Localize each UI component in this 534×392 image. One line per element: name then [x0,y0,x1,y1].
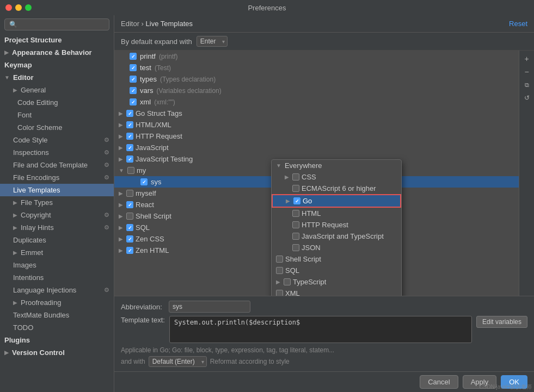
dropdown-item-sql[interactable]: SQL [272,265,401,276]
sidebar-item-version-control[interactable]: ▶ Version Control [0,346,114,359]
dropdown-item-ecmascript[interactable]: ▶ ECMAScript 6 or higher [272,183,401,194]
template-checkbox[interactable] [130,98,137,105]
abbreviation-input[interactable] [169,301,250,313]
template-checkbox[interactable] [130,76,137,83]
dd-checkbox[interactable] [292,244,299,251]
sidebar-label: Intentions [13,273,44,282]
dropdown-item-json[interactable]: ▶ JSON [272,242,401,253]
copy-button[interactable]: ⧉ [521,79,533,91]
sidebar-item-emmet[interactable]: ▶ Emmet [0,246,114,259]
template-text-area[interactable]: <span class="code-keyword">System</span>… [169,316,472,343]
dropdown-item-everywhere[interactable]: ▼ Everywhere [272,160,401,171]
template-checkbox[interactable] [126,121,133,128]
sidebar-item-language-injections[interactable]: Language Injections ⚙ [0,284,114,296]
close-button[interactable] [5,4,12,11]
list-item[interactable]: types (Types declaration) [114,73,519,85]
dropdown-item-xml[interactable]: XML [272,288,401,296]
dropdown-item-http-request[interactable]: ▶ HTTP Request [272,219,401,231]
settings-icon: ⚙ [104,224,109,231]
search-box[interactable]: 🔍 [4,18,109,30]
template-checkbox[interactable] [126,190,133,197]
sidebar-item-color-scheme[interactable]: Color Scheme [0,121,114,134]
sidebar-item-project-structure[interactable]: Project Structure [0,34,114,46]
maximize-button[interactable] [25,4,32,11]
dd-checkbox[interactable] [292,173,299,181]
template-checkbox[interactable] [127,167,134,174]
sidebar-item-inspections[interactable]: Inspections ⚙ [0,146,114,159]
sidebar-label: Font [17,111,32,119]
list-item[interactable]: vars (Variables declaration) [114,85,519,96]
dd-label: HTML [302,209,321,217]
sidebar-item-code-editing[interactable]: Code Editing [0,96,114,109]
sidebar-item-file-encodings[interactable]: File Encodings ⚙ [0,171,114,184]
reset-button[interactable]: Reset [509,20,527,28]
sidebar-item-live-templates[interactable]: Live Templates [0,184,114,196]
dropdown-item-html[interactable]: ▶ HTML [272,208,401,219]
template-checkbox[interactable] [140,178,148,185]
sidebar-item-file-code-templates[interactable]: File and Code Template ⚙ [0,159,114,171]
sidebar-item-keymap[interactable]: Keymap [0,59,114,71]
template-checkbox[interactable] [126,155,133,163]
dropdown-item-js-ts[interactable]: ▶ JavaScript and TypeScript [272,231,401,242]
add-button[interactable]: + [521,53,533,65]
template-checkbox[interactable] [126,110,133,117]
sidebar-label: Keymap [4,61,32,69]
dd-checkbox[interactable] [284,278,291,285]
sidebar-item-editor[interactable]: ▼ Editor [0,71,114,84]
search-input[interactable] [20,21,105,28]
sidebar-item-general[interactable]: ▶ General [0,84,114,96]
dropdown-item-typescript[interactable]: ▶ TypeScript [272,276,401,288]
undo-button[interactable]: ↺ [521,92,533,104]
dd-checkbox[interactable] [276,267,283,274]
sidebar-item-file-types[interactable]: ▶ File Types [0,196,114,209]
dd-checkbox[interactable] [293,197,300,204]
dd-checkbox[interactable] [292,233,299,240]
template-checkbox[interactable] [126,247,133,254]
group-javascript[interactable]: ▶ JavaScript [114,142,519,153]
list-item[interactable]: test (Test) [114,62,519,73]
sidebar-item-copyright[interactable]: ▶ Copyright ⚙ [0,209,114,221]
dd-checkbox[interactable] [276,256,283,263]
template-checkbox[interactable] [126,224,133,231]
list-item[interactable]: printf (printf) [114,51,519,62]
template-checkbox[interactable] [130,87,137,94]
list-item[interactable]: xml (xml:"") [114,96,519,108]
template-checkbox[interactable] [130,53,137,60]
dropdown-item-css[interactable]: ▶ CSS [272,171,401,183]
sidebar-item-todo[interactable]: TODO [0,321,114,334]
sidebar-item-code-style[interactable]: Code Style ⚙ [0,134,114,146]
cancel-button[interactable]: Cancel [420,375,458,389]
dropdown-item-go[interactable]: ▶ Go [272,194,401,208]
sidebar-item-duplicates[interactable]: Duplicates [0,234,114,246]
expand-select[interactable]: Enter [197,36,228,47]
dd-label: XML [285,289,300,296]
template-checkbox[interactable] [126,144,133,151]
dd-checkbox[interactable] [292,185,299,192]
dropdown-item-shell-script[interactable]: Shell Script [272,253,401,265]
sidebar-item-proofreading[interactable]: ▶ Proofreading [0,296,114,309]
minimize-button[interactable] [15,4,22,11]
remove-button[interactable]: − [521,66,533,78]
sidebar-item-inlay-hints[interactable]: ▶ Inlay Hints ⚙ [0,221,114,234]
sidebar-item-appearance-behavior[interactable]: ▶ Appearance & Behavior [0,46,114,59]
template-checkbox[interactable] [126,235,133,242]
sidebar-item-images[interactable]: Images [0,259,114,271]
breadcrumb: Editor › Live Templates [121,20,193,28]
dd-checkbox[interactable] [276,290,283,296]
edit-variables-button[interactable]: Edit variables [476,316,527,328]
group-html-xml[interactable]: ▶ HTML/XML [114,119,519,130]
template-checkbox[interactable] [130,64,137,71]
sidebar-item-textmate-bundles[interactable]: TextMate Bundles [0,309,114,321]
sidebar-item-plugins[interactable]: Plugins [0,334,114,346]
dd-checkbox[interactable] [292,210,299,217]
sidebar-item-font[interactable]: Font [0,109,114,121]
dd-checkbox[interactable] [292,221,299,228]
sidebar-item-intentions[interactable]: Intentions [0,271,114,284]
template-checkbox[interactable] [126,213,133,220]
group-go-struct-tags[interactable]: ▶ Go Struct Tags [114,108,519,119]
group-http-request[interactable]: ▶ HTTP Request [114,130,519,142]
template-checkbox[interactable] [126,201,133,208]
traffic-lights [5,4,32,11]
expand-select-bottom[interactable]: Default (Enter) [149,356,207,367]
template-checkbox[interactable] [126,133,133,140]
